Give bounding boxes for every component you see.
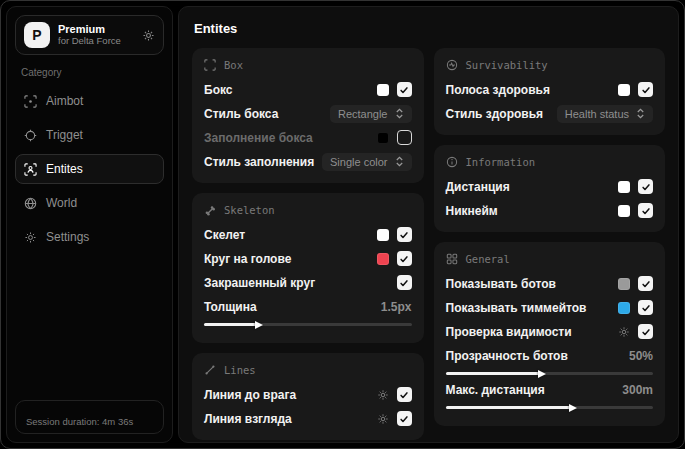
setting-row: Проверка видимости bbox=[446, 322, 654, 341]
color-swatch[interactable] bbox=[618, 302, 630, 314]
checkbox[interactable] bbox=[638, 324, 653, 339]
color-swatch[interactable] bbox=[377, 132, 389, 144]
left-column: Box Бокс Стиль бокса bbox=[192, 48, 424, 440]
checkbox[interactable] bbox=[638, 82, 653, 97]
sidebar-item-aimbot[interactable]: Aimbot bbox=[15, 86, 164, 116]
checkbox[interactable] bbox=[397, 251, 412, 266]
setting-label: Линия взгляда bbox=[204, 412, 292, 426]
right-column: Survivability Полоса здоровья Стиль здор… bbox=[434, 48, 666, 426]
thickness-slider[interactable] bbox=[204, 323, 412, 326]
setting-label: Толщина bbox=[204, 300, 257, 314]
section-title: Information bbox=[466, 156, 536, 168]
checkbox[interactable] bbox=[638, 276, 653, 291]
sidebar-item-settings[interactable]: Settings bbox=[15, 222, 164, 252]
setting-row: Дистанция bbox=[446, 177, 654, 196]
sidebar-item-world[interactable]: World bbox=[15, 188, 164, 218]
sidebar-item-label: Trigget bbox=[46, 128, 83, 142]
session-duration-label: Session duration: 4m 36s bbox=[26, 416, 133, 427]
chevron-up-down-icon bbox=[395, 108, 404, 119]
sidebar-item-entites[interactable]: Entites bbox=[15, 154, 164, 184]
brand-subtitle: for Delta Force bbox=[58, 36, 134, 47]
box-style-dropdown[interactable]: Rectangle bbox=[330, 105, 412, 123]
checkbox[interactable] bbox=[638, 179, 653, 194]
visibility-check-gear-icon[interactable] bbox=[618, 326, 630, 338]
setting-label: Макс. дистанция bbox=[446, 383, 545, 397]
max-distance-slider[interactable] bbox=[446, 406, 654, 409]
section-header: General bbox=[446, 253, 654, 265]
checkbox[interactable] bbox=[638, 203, 653, 218]
box-card: Box Бокс Стиль бокса bbox=[192, 48, 424, 183]
gear-icon[interactable] bbox=[142, 29, 155, 42]
bot-opacity-slider[interactable] bbox=[446, 372, 654, 375]
setting-label: Закрашенный круг bbox=[204, 276, 315, 290]
setting-label: Проверка видимости bbox=[446, 325, 572, 339]
survivability-card: Survivability Полоса здоровья Стиль здор… bbox=[434, 48, 666, 135]
slider-value: 300m bbox=[622, 383, 653, 397]
setting-row: Никнейм bbox=[446, 201, 654, 220]
color-swatch[interactable] bbox=[618, 84, 630, 96]
chevron-up-down-icon bbox=[636, 108, 645, 119]
checkbox[interactable] bbox=[638, 300, 653, 315]
lines-card: Lines Линия до врага bbox=[192, 353, 424, 440]
checkbox[interactable] bbox=[397, 411, 412, 426]
setting-label: Полоса здоровья bbox=[446, 83, 550, 97]
color-swatch[interactable] bbox=[618, 181, 630, 193]
checkbox[interactable] bbox=[397, 275, 412, 290]
slider-thumb[interactable] bbox=[538, 370, 546, 378]
sidebar: P Premium for Delta Force Category bbox=[6, 6, 173, 443]
setting-label: Бокс bbox=[204, 83, 232, 97]
dropdown-value: Single color bbox=[330, 156, 387, 168]
setting-label: Заполнение бокса bbox=[204, 131, 313, 145]
section-title: General bbox=[466, 253, 510, 265]
setting-label: Стиль бокса bbox=[204, 107, 278, 121]
setting-row: Бокс bbox=[204, 80, 412, 99]
setting-row: Стиль заполнения Single color bbox=[204, 152, 412, 171]
line-settings-gear-icon[interactable] bbox=[377, 413, 389, 425]
sidebar-item-trigget[interactable]: Trigget bbox=[15, 120, 164, 150]
setting-row: Стиль бокса Rectangle bbox=[204, 104, 412, 123]
setting-row: Полоса здоровья bbox=[446, 80, 654, 99]
color-swatch[interactable] bbox=[618, 205, 630, 217]
slider-thumb[interactable] bbox=[255, 321, 263, 329]
survivability-icon bbox=[446, 59, 458, 71]
checkbox[interactable] bbox=[397, 227, 412, 242]
lines-icon bbox=[204, 364, 216, 376]
section-header: Skeleton bbox=[204, 204, 412, 216]
trigger-icon bbox=[24, 129, 37, 142]
setting-row: Круг на голове bbox=[204, 249, 412, 268]
setting-label: Прозрачность ботов bbox=[446, 349, 568, 363]
checkbox[interactable] bbox=[397, 387, 412, 402]
section-header: Survivability bbox=[446, 59, 654, 71]
color-swatch[interactable] bbox=[377, 253, 389, 265]
checkbox[interactable] bbox=[397, 82, 412, 97]
main-panel: Entites Box Бокс bbox=[178, 6, 679, 443]
skeleton-bone-icon bbox=[204, 204, 216, 216]
section-header: Box bbox=[204, 59, 412, 71]
color-swatch[interactable] bbox=[377, 84, 389, 96]
setting-label: Скелет bbox=[204, 228, 245, 242]
brand-title: Premium bbox=[58, 23, 134, 36]
setting-row: Заполнение бокса bbox=[204, 128, 412, 147]
slider-thumb[interactable] bbox=[569, 404, 577, 412]
color-swatch[interactable] bbox=[618, 278, 630, 290]
health-style-dropdown[interactable]: Health status bbox=[557, 105, 653, 123]
setting-label: Никнейм bbox=[446, 204, 498, 218]
setting-label: Показывать тиммейтов bbox=[446, 301, 587, 315]
section-title: Lines bbox=[224, 364, 256, 376]
section-title: Survivability bbox=[466, 59, 548, 71]
chevron-up-down-icon bbox=[395, 156, 404, 167]
setting-label: Стиль здоровья bbox=[446, 107, 544, 121]
setting-row: Стиль здоровья Health status bbox=[446, 104, 654, 123]
setting-row: Макс. дистанция 300m bbox=[446, 380, 654, 399]
section-title: Skeleton bbox=[224, 204, 275, 216]
slider-value: 50% bbox=[629, 349, 653, 363]
setting-label: Круг на голове bbox=[204, 252, 291, 266]
dropdown-value: Health status bbox=[565, 108, 629, 120]
sidebar-item-label: Entites bbox=[46, 162, 83, 176]
setting-row: Показывать тиммейтов bbox=[446, 298, 654, 317]
checkbox[interactable] bbox=[397, 130, 412, 145]
fill-style-dropdown[interactable]: Single color bbox=[322, 153, 411, 171]
line-settings-gear-icon[interactable] bbox=[377, 389, 389, 401]
sidebar-nav: Aimbot Trigget bbox=[15, 82, 164, 252]
color-swatch[interactable] bbox=[377, 229, 389, 241]
